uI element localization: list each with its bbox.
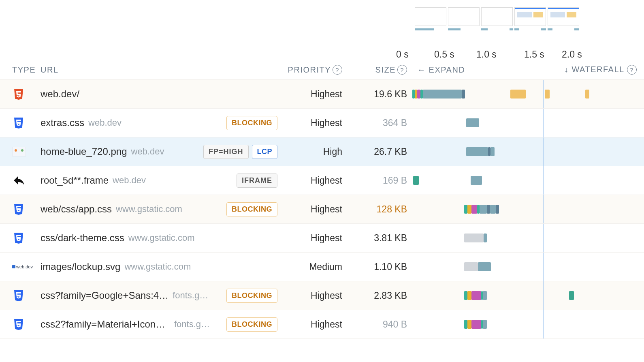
filmstrip-thumb[interactable] (415, 7, 446, 26)
help-icon[interactable]: ? (397, 65, 407, 75)
url-host: web.dev (113, 175, 146, 186)
request-table-body: web.dev/Highest19.6 KB extras.cssweb.dev… (0, 80, 644, 339)
timeline-labels: 0 s0.5 s1.0 s1.5 s2.0 s (0, 48, 644, 60)
filmstrip-thumb[interactable] (448, 7, 480, 26)
blocking-badge: BLOCKING (226, 317, 277, 332)
request-row[interactable]: web.dev/Highest19.6 KB (0, 80, 644, 109)
cell-type (12, 116, 41, 129)
cell-url: css?family=Google+Sans:4…fonts.g…BLOCKIN… (41, 289, 277, 303)
badge-group: BLOCKING (226, 202, 277, 216)
cell-size: 1.10 KB (342, 261, 407, 272)
waterfall-segment (467, 320, 471, 329)
cell-size: 940 B (342, 319, 407, 330)
css-icon (12, 203, 25, 216)
webdev-logo-icon: web.dev (12, 264, 33, 269)
cell-size: 3.81 KB (342, 233, 407, 244)
waterfall-segment (490, 147, 495, 156)
waterfall-segment (496, 205, 499, 214)
waterfall-segment (480, 205, 487, 214)
blocking-badge: BLOCKING (226, 116, 277, 130)
waterfall-segment (585, 90, 589, 99)
waterfall-segment (466, 118, 479, 127)
request-row[interactable]: web/css/app.csswww.gstatic.comBLOCKINGHi… (0, 195, 644, 224)
request-row[interactable]: css/dark-theme.csswww.gstatic.comHighest… (0, 224, 644, 253)
waterfall-segment (464, 320, 467, 329)
arrow-down-icon: ↓ (564, 65, 569, 74)
request-row[interactable]: css?family=Google+Sans:4…fonts.g…BLOCKIN… (0, 281, 644, 310)
waterfall-header[interactable]: ↓ WATERFALL ? (564, 65, 637, 75)
filmstrip-thumb[interactable] (548, 7, 579, 26)
help-icon[interactable]: ? (627, 65, 637, 75)
request-row[interactable]: css2?family=Material+Icons…fonts.g…BLOCK… (0, 310, 644, 339)
request-row[interactable]: home-blue_720.pngweb.devFP=HIGHLCPHigh26… (0, 137, 644, 166)
url-host: www.gstatic.com (124, 261, 191, 272)
cell-waterfall[interactable] (407, 137, 637, 166)
header-size[interactable]: SIZE ? (342, 65, 407, 75)
timeline-label: 2.0 s (562, 49, 582, 60)
table-header: TYPE URL PRIORITY ? SIZE ? ← EXPAND ↓ WA… (0, 60, 644, 80)
waterfall-segment (483, 291, 487, 300)
cell-waterfall[interactable] (407, 195, 637, 223)
cell-url: home-blue_720.pngweb.devFP=HIGHLCP (41, 145, 277, 159)
url-path: web.dev/ (41, 88, 79, 100)
request-row[interactable]: extras.cssweb.devBLOCKINGHighest364 B (0, 109, 644, 137)
waterfall-segment (484, 233, 487, 242)
expand-button[interactable]: ← EXPAND (417, 65, 465, 75)
cell-priority: Highest (277, 319, 342, 330)
filmstrip-thumbs (415, 7, 579, 26)
cell-waterfall[interactable] (407, 253, 637, 281)
url-path: web/css/app.css (41, 203, 112, 215)
lcp-badge: LCP (252, 145, 278, 159)
cell-size: 169 B (342, 175, 407, 186)
header-priority[interactable]: PRIORITY ? (277, 65, 342, 75)
filmstrip-thumb[interactable] (514, 7, 546, 26)
cell-priority: Highest (277, 89, 342, 100)
waterfall-segment (510, 90, 526, 99)
waterfall-segment (467, 291, 471, 300)
header-url: URL (41, 65, 277, 75)
cell-waterfall[interactable] (407, 109, 637, 137)
cell-type: web.dev (12, 264, 41, 269)
waterfall-marker (543, 137, 544, 166)
help-icon[interactable]: ? (333, 65, 342, 75)
fp-badge: FP=HIGH (203, 145, 249, 159)
waterfall-segment (471, 205, 477, 214)
cell-waterfall[interactable] (407, 166, 637, 195)
cell-priority: Medium (277, 261, 342, 272)
cell-type (12, 289, 41, 302)
filmstrip: 0 s0.5 s1.0 s1.5 s2.0 s (0, 7, 644, 60)
url-path: images/lockup.svg (41, 261, 120, 272)
cell-type (12, 203, 41, 216)
cell-priority: Highest (277, 204, 342, 215)
cell-type (12, 231, 41, 244)
filmstrip-thumb[interactable] (481, 7, 513, 26)
header-type: TYPE (12, 65, 41, 75)
url-path: css/dark-theme.css (41, 232, 124, 244)
waterfall-marker (543, 224, 544, 252)
cell-type (12, 88, 41, 101)
url-host: web.dev (131, 146, 164, 157)
cell-waterfall[interactable] (407, 80, 637, 108)
blocking-badge: BLOCKING (226, 289, 277, 303)
waterfall-segment (471, 176, 482, 185)
waterfall-segment (464, 291, 467, 300)
blocking-badge: BLOCKING (226, 202, 277, 216)
waterfall-segment (462, 90, 465, 99)
cell-waterfall[interactable] (407, 224, 637, 252)
reply-arrow-icon (12, 174, 26, 187)
image-icon (12, 147, 26, 156)
waterfall-marker (543, 166, 544, 195)
cell-size: 26.7 KB (342, 146, 407, 157)
url-path: css?family=Google+Sans:4… (41, 290, 168, 301)
cell-waterfall[interactable] (407, 281, 637, 310)
badge-group: BLOCKING (226, 317, 277, 332)
url-path: css2?family=Material+Icons… (41, 319, 170, 330)
cell-waterfall[interactable] (407, 310, 637, 338)
waterfall-segment (471, 291, 481, 300)
waterfall-segment (478, 262, 491, 271)
request-row[interactable]: web.dev images/lockup.svgwww.gstatic.com… (0, 253, 644, 281)
waterfall-segment (467, 205, 471, 214)
waterfall-marker (543, 109, 544, 137)
cell-priority: Highest (277, 233, 342, 244)
request-row[interactable]: root_5d**.frameweb.devIFRAMEHighest169 B (0, 166, 644, 195)
